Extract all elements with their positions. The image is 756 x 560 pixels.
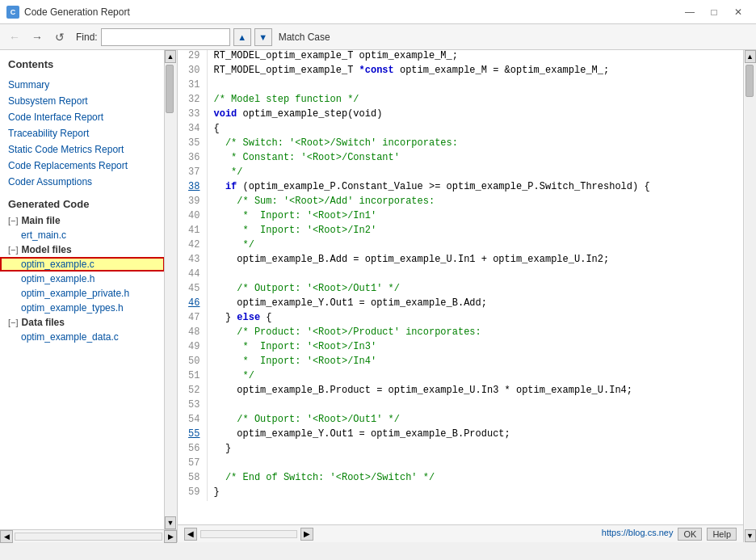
line-content-47: } else { xyxy=(207,312,743,326)
match-case-label: Match Case xyxy=(279,32,330,43)
sidebar-item-subsystem[interactable]: Subsystem Report xyxy=(0,93,164,109)
line-num-43: 43 xyxy=(178,254,207,268)
code-line-34: 34 { xyxy=(178,123,743,137)
sidebar-scroll-down[interactable]: ▼ xyxy=(165,516,176,529)
line-num-53: 53 xyxy=(178,399,207,414)
line-num-55[interactable]: 55 xyxy=(178,428,207,443)
contents-title: Contents xyxy=(0,58,164,77)
code-line-52: 52 optim_example_B.Product = optim_examp… xyxy=(178,385,743,399)
help-button[interactable]: Help xyxy=(707,528,737,541)
vscroll-down[interactable]: ▼ xyxy=(745,529,756,542)
code-line-45: 45 /* Outport: '<Root>/Out1' */ xyxy=(178,283,743,297)
line-num-54: 54 xyxy=(178,414,207,428)
line-num-46[interactable]: 46 xyxy=(178,297,207,312)
code-line-42: 42 */ xyxy=(178,239,743,254)
tree-file-optim-data[interactable]: optim_example_data.c xyxy=(0,330,164,344)
line-content-54: /* Outport: '<Root>/Out1' */ xyxy=(207,414,743,428)
code-line-40: 40 * Inport: '<Root>/In1' xyxy=(178,210,743,225)
sidebar-vscrollbar[interactable]: ▲ ▼ xyxy=(164,50,177,529)
sidebar-scroll-track xyxy=(165,63,177,516)
sidebar-item-summary[interactable]: Summary xyxy=(0,77,164,93)
line-content-35: /* Switch: '<Root>/Switch' incorporates: xyxy=(207,137,743,152)
tree-label-main: Main file xyxy=(22,215,61,226)
code-line-59: 59 } xyxy=(178,486,743,501)
code-line-30: 30 RT_MODEL_optim_example_T *const optim… xyxy=(178,65,743,79)
line-num-38[interactable]: 38 xyxy=(178,181,207,196)
code-line-39: 39 /* Sum: '<Root>/Add' incorporates: xyxy=(178,196,743,210)
line-content-33: void optim_example_step(void) xyxy=(207,108,743,123)
app-icon: C xyxy=(6,6,19,19)
sidebar-hscroll-left[interactable]: ◀ xyxy=(0,530,13,543)
sidebar-scroll-thumb[interactable] xyxy=(166,65,174,113)
line-content-45: /* Outport: '<Root>/Out1' */ xyxy=(207,283,743,297)
minimize-button[interactable]: — xyxy=(678,4,701,20)
code-scroll[interactable]: 29 RT_MODEL_optim_example_T optim_exampl… xyxy=(178,50,743,524)
line-content-51: */ xyxy=(207,370,743,385)
tree-item-data-files[interactable]: [−] Data files xyxy=(0,315,164,330)
tree-item-model-files[interactable]: [−] Model files xyxy=(0,242,164,257)
code-line-33: 33 void optim_example_step(void) xyxy=(178,108,743,123)
vscroll-track xyxy=(745,63,756,529)
line-content-59: } xyxy=(207,486,743,501)
code-line-51: 51 */ xyxy=(178,370,743,385)
restore-button[interactable]: □ xyxy=(703,4,725,20)
code-line-31: 31 xyxy=(178,79,743,94)
find-down-button[interactable]: ▼ xyxy=(254,28,272,46)
line-content-52: optim_example_B.Product = optim_example_… xyxy=(207,385,743,399)
line-num-50: 50 xyxy=(178,356,207,370)
generated-code-title: Generated Code xyxy=(0,190,164,213)
forward-button[interactable]: → xyxy=(27,27,47,47)
line-content-31 xyxy=(207,79,743,94)
status-right: https://blog.cs.ney OK Help xyxy=(602,528,737,541)
line-num-41: 41 xyxy=(178,225,207,239)
code-line-48: 48 /* Product: '<Root>/Product' incorpor… xyxy=(178,326,743,341)
find-input[interactable] xyxy=(101,28,230,46)
tree-file-optim-example-h[interactable]: optim_example.h xyxy=(0,272,164,286)
tree-file-optim-example-private-h[interactable]: optim_example_private.h xyxy=(0,286,164,301)
sidebar-item-coder-assumptions[interactable]: Coder Assumptions xyxy=(0,174,164,190)
code-line-36: 36 * Constant: '<Root>/Constant' xyxy=(178,152,743,166)
sidebar-inner: Contents Summary Subsystem Report Code I… xyxy=(0,50,164,352)
line-content-50: * Inport: '<Root>/In4' xyxy=(207,356,743,370)
line-content-44 xyxy=(207,268,743,283)
hscroll-right[interactable]: ▶ xyxy=(300,528,313,541)
sidebar-scroll-up[interactable]: ▲ xyxy=(165,50,176,63)
line-content-29: RT_MODEL_optim_example_T optim_example_M… xyxy=(207,50,743,65)
line-content-40: * Inport: '<Root>/In1' xyxy=(207,210,743,225)
sidebar-hscroll-right[interactable]: ▶ xyxy=(164,530,177,543)
line-content-46: optim_example_Y.Out1 = optim_example_B.A… xyxy=(207,297,743,312)
line-num-33: 33 xyxy=(178,108,207,123)
line-num-35: 35 xyxy=(178,137,207,152)
line-num-44: 44 xyxy=(178,268,207,283)
status-url: https://blog.cs.ney xyxy=(602,528,674,541)
code-line-50: 50 * Inport: '<Root>/In4' xyxy=(178,356,743,370)
tree-item-main-file[interactable]: [−] Main file xyxy=(0,213,164,228)
find-up-button[interactable]: ▲ xyxy=(233,28,251,46)
vscroll-up[interactable]: ▲ xyxy=(745,50,756,63)
right-scrollbar[interactable]: ▲ ▼ xyxy=(743,50,756,542)
code-line-56: 56 } xyxy=(178,443,743,457)
sidebar-item-traceability[interactable]: Traceability Report xyxy=(0,125,164,141)
sidebar-scrollable: Contents Summary Subsystem Report Code I… xyxy=(0,50,164,529)
tree-file-optim-example-c[interactable]: optim_example.c xyxy=(0,257,164,272)
refresh-button[interactable]: ↺ xyxy=(50,27,69,47)
sidebar-hscrollbar: ◀ ▶ xyxy=(0,529,177,542)
line-content-34: { xyxy=(207,123,743,137)
line-content-55: optim_example_Y.Out1 = optim_example_B.P… xyxy=(207,428,743,443)
line-content-41: * Inport: '<Root>/In2' xyxy=(207,225,743,239)
sidebar-item-static-code[interactable]: Static Code Metrics Report xyxy=(0,141,164,158)
sidebar-item-code-interface[interactable]: Code Interface Report xyxy=(0,109,164,125)
code-line-54: 54 /* Outport: '<Root>/Out1' */ xyxy=(178,414,743,428)
tree-file-ert-main[interactable]: ert_main.c xyxy=(0,228,164,242)
hscroll-left[interactable]: ◀ xyxy=(184,528,197,541)
line-content-43: optim_example_B.Add = optim_example_U.In… xyxy=(207,254,743,268)
code-line-58: 58 /* End of Switch: '<Root>/Switch' */ xyxy=(178,472,743,486)
close-button[interactable]: ✕ xyxy=(727,4,750,20)
tree-file-optim-example-types-h[interactable]: optim_example_types.h xyxy=(0,301,164,315)
code-line-55: 55 optim_example_Y.Out1 = optim_example_… xyxy=(178,428,743,443)
hscroll-track xyxy=(200,530,297,538)
sidebar-item-code-replacements[interactable]: Code Replacements Report xyxy=(0,158,164,174)
vscroll-thumb[interactable] xyxy=(746,65,754,97)
ok-button[interactable]: OK xyxy=(678,528,702,541)
back-button[interactable]: ← xyxy=(5,27,24,47)
